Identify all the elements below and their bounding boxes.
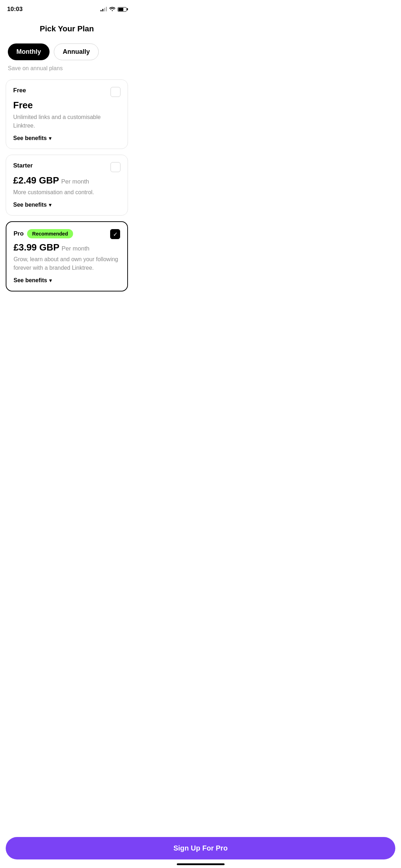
billing-toggle: Monthly Annually — [0, 43, 134, 60]
starter-plan-checkbox[interactable] — [110, 162, 120, 172]
annually-toggle-button[interactable]: Annually — [54, 43, 99, 60]
pro-plan-header: Pro Recommended ✓ — [14, 229, 120, 239]
pro-plan-name: Pro — [14, 230, 24, 237]
pro-plan-see-benefits[interactable]: See benefits ▾ — [14, 277, 120, 284]
starter-plan-benefits-label: See benefits — [13, 202, 47, 208]
starter-plan-header: Starter — [13, 162, 120, 172]
starter-plan-price-amount: £2.49 GBP — [13, 175, 59, 186]
status-bar: 10:03 — [0, 0, 134, 16]
free-plan-header: Free — [13, 87, 120, 97]
starter-plan-name: Starter — [13, 162, 33, 169]
monthly-toggle-button[interactable]: Monthly — [8, 43, 50, 60]
pro-plan-card: Pro Recommended ✓ £3.99 GBPPer month Gro… — [6, 221, 128, 291]
free-plan-benefits-label: See benefits — [13, 135, 47, 141]
free-plan-description: Unlimited links and a customisable Linkt… — [13, 113, 120, 130]
free-plan-price: Free — [13, 100, 120, 111]
free-plan-card: Free Free Unlimited links and a customis… — [6, 79, 128, 149]
pro-plan-description: Grow, learn about and own your following… — [14, 255, 120, 272]
free-plan-chevron-icon: ▾ — [49, 135, 51, 141]
free-plan-see-benefits[interactable]: See benefits ▾ — [13, 135, 120, 141]
recommended-badge: Recommended — [27, 229, 73, 238]
pro-plan-period: Per month — [62, 245, 89, 252]
pro-plan-benefits-label: See benefits — [14, 277, 47, 284]
wifi-icon — [109, 6, 115, 12]
free-plan-name: Free — [13, 87, 26, 94]
starter-plan-card: Starter £2.49 GBPPer month More customis… — [6, 155, 128, 216]
starter-plan-chevron-icon: ▾ — [49, 202, 51, 208]
starter-plan-period: Per month — [61, 178, 89, 185]
pro-plan-price-amount: £3.99 GBP — [14, 242, 60, 253]
pro-plan-header-left: Pro Recommended — [14, 229, 73, 238]
pro-plan-chevron-icon: ▾ — [49, 278, 52, 283]
status-time: 10:03 — [7, 6, 22, 13]
pro-plan-checkbox[interactable]: ✓ — [110, 229, 120, 239]
starter-plan-price: £2.49 GBPPer month — [13, 175, 120, 186]
save-text: Save on annual plans — [0, 65, 134, 72]
page-title: Pick Your Plan — [0, 24, 134, 33]
status-icons — [101, 6, 127, 12]
free-plan-checkbox[interactable] — [110, 87, 120, 97]
signal-icon — [101, 7, 107, 11]
starter-plan-see-benefits[interactable]: See benefits ▾ — [13, 202, 120, 208]
pro-plan-price: £3.99 GBPPer month — [14, 242, 120, 253]
starter-plan-description: More customisation and control. — [13, 188, 120, 197]
battery-icon — [118, 7, 127, 12]
